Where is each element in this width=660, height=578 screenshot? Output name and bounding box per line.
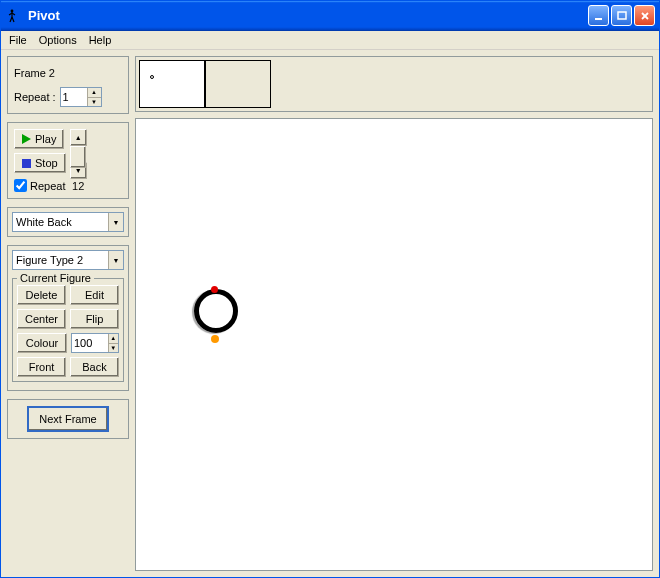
repeat-spinner[interactable]: ▲▼	[60, 87, 102, 107]
figure-node-origin[interactable]	[211, 335, 219, 343]
titlebar: Pivot	[1, 1, 659, 31]
repeat-input[interactable]	[61, 88, 87, 106]
stop-button[interactable]: Stop	[14, 153, 66, 173]
background-panel: White Back ▼	[7, 207, 129, 237]
frame-strip	[135, 56, 653, 112]
right-area	[135, 50, 659, 577]
svg-rect-7	[618, 12, 626, 19]
minimize-button[interactable]	[588, 5, 609, 26]
figure-type-dropdown[interactable]: Figure Type 2 ▼	[12, 250, 124, 270]
back-button[interactable]: Back	[70, 357, 119, 377]
figure-circle[interactable]	[194, 289, 238, 333]
chevron-down-icon[interactable]: ▼	[108, 213, 123, 231]
menu-help[interactable]: Help	[83, 33, 118, 47]
delete-button[interactable]: Delete	[17, 285, 66, 305]
size-input[interactable]	[72, 334, 108, 352]
svg-marker-10	[22, 134, 31, 144]
menu-options[interactable]: Options	[33, 33, 83, 47]
stop-icon	[22, 159, 31, 168]
repeat-checkbox[interactable]	[14, 179, 27, 192]
center-button[interactable]: Center	[17, 309, 66, 329]
frame-number-label: Frame 2	[14, 67, 122, 79]
size-up[interactable]: ▲	[108, 334, 119, 344]
next-frame-button[interactable]: Next Frame	[27, 406, 108, 432]
size-spinner[interactable]: ▲▼	[71, 333, 119, 353]
repeat-checkbox-row[interactable]: Repeat	[14, 179, 65, 192]
svg-point-0	[11, 9, 14, 12]
chevron-down-icon[interactable]: ▼	[108, 251, 123, 269]
frame-thumb-1[interactable]	[139, 60, 205, 108]
fps-value: 12	[72, 180, 84, 192]
figure-panel: Figure Type 2 ▼ Current Figure Delete Ed…	[7, 245, 129, 391]
window-title: Pivot	[28, 8, 60, 23]
maximize-button[interactable]	[611, 5, 632, 26]
colour-button[interactable]: Colour	[17, 333, 67, 353]
repeat-up[interactable]: ▲	[87, 88, 101, 98]
play-button[interactable]: Play	[14, 129, 64, 149]
play-icon	[22, 134, 31, 144]
side-panel: Frame 2 Repeat : ▲▼ Play	[1, 50, 135, 577]
menubar: File Options Help	[1, 31, 659, 50]
menu-file[interactable]: File	[3, 33, 33, 47]
svg-rect-6	[595, 18, 602, 20]
frame-info-panel: Frame 2 Repeat : ▲▼	[7, 56, 129, 114]
next-frame-panel: Next Frame	[7, 399, 129, 439]
canvas[interactable]	[135, 118, 653, 571]
circle-icon	[150, 75, 154, 79]
app-window: Pivot File Options Help Frame 2 Repeat :…	[0, 0, 660, 578]
svg-rect-11	[22, 159, 31, 168]
current-figure-legend: Current Figure	[17, 272, 94, 284]
fps-slider-track[interactable]	[70, 146, 86, 162]
fps-slider-thumb[interactable]	[70, 146, 86, 168]
front-button[interactable]: Front	[17, 357, 66, 377]
background-dropdown[interactable]: White Back ▼	[12, 212, 124, 232]
playback-panel: Play Stop Repeat ▲	[7, 122, 129, 199]
fps-up[interactable]: ▲	[70, 129, 87, 146]
size-down[interactable]: ▼	[108, 344, 119, 353]
edit-button[interactable]: Edit	[70, 285, 119, 305]
figure-node-top[interactable]	[211, 286, 218, 293]
current-figure-group: Current Figure Delete Edit Center Flip C…	[12, 278, 124, 382]
repeat-down[interactable]: ▼	[87, 98, 101, 107]
svg-line-5	[12, 17, 14, 22]
frame-thumb-2[interactable]	[205, 60, 271, 108]
flip-button[interactable]: Flip	[70, 309, 119, 329]
app-icon	[7, 8, 23, 24]
repeat-label: Repeat :	[14, 91, 56, 103]
close-button[interactable]	[634, 5, 655, 26]
